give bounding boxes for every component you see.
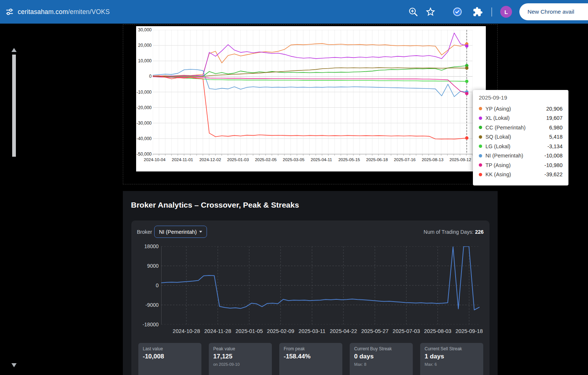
x-axis-label: 2025-01-03 <box>223 157 253 162</box>
y-axis-label: -20,000 <box>136 105 152 110</box>
address-bar[interactable]: ceritasaham.com/emiten/VOKS <box>18 0 110 24</box>
scroll-up-arrow[interactable] <box>11 48 17 52</box>
legend-dot <box>479 135 482 139</box>
stat-value: 1 days <box>425 353 479 360</box>
x-axis-label: 2025-09-18 <box>453 328 485 334</box>
stat-title: From peak <box>284 346 338 351</box>
tooltip-row: XL (Lokal)19,607 <box>473 114 568 123</box>
x-axis-label: 2025-04-22 <box>328 328 359 334</box>
tooltip-rows: YP (Asing)20,906XL (Lokal)19,607CC (Peme… <box>473 104 568 179</box>
x-axis-label: 2025-06-18 <box>362 157 392 162</box>
tooltip-broker-label: SQ (Lokal) <box>485 134 511 140</box>
tooltip-date: 2025-09-19 <box>479 94 563 101</box>
tooltip-row: KK (Asing)-39,622 <box>473 170 568 180</box>
x-axis-label: 2025-02-09 <box>265 328 297 334</box>
y-axis-label: 0 <box>136 74 152 79</box>
tooltip-row: CC (Pemerintah)6,980 <box>473 123 568 132</box>
zoom-in-icon[interactable] <box>408 7 418 17</box>
stat-card: From peak-158.44% <box>279 343 342 375</box>
broker-label: Broker <box>137 229 152 235</box>
tooltip-broker-label: LG (Lokal) <box>485 143 511 149</box>
y-axis-label: 30,000 <box>136 27 152 32</box>
x-axis-label: 2025-04-11 <box>307 157 336 162</box>
bookmark-star-icon[interactable] <box>425 6 436 17</box>
scroll-down-arrow[interactable] <box>11 363 17 367</box>
profile-avatar[interactable]: L <box>500 6 512 18</box>
x-axis-label: 2025-08-13 <box>418 157 447 162</box>
x-axis-label: 2024-10-04 <box>140 157 169 162</box>
x-axis-label: 2025-01-05 <box>234 328 265 334</box>
url-path: /emiten/VOKS <box>68 8 110 16</box>
y-axis-label: 9000 <box>142 263 159 269</box>
stat-card: Peak value17,125on 2025-09-10 <box>209 343 272 375</box>
x-axis-label: 2025-07-16 <box>390 157 419 162</box>
broker-analytics-section: Broker Analytics – Crossover, Peak & Str… <box>123 191 498 375</box>
browser-toolbar: ceritasaham.com/emiten/VOKS L New Chrome… <box>0 0 588 24</box>
broker-accumulation-chart[interactable]: 30,00020,00010,0000-10,000-20,000-30,000… <box>136 26 486 171</box>
analytics-card: Broker NI (Pemerintah) Num of Trading Da… <box>131 221 490 375</box>
stat-card: Current Buy Streak0 daysMax: 8 <box>350 343 413 375</box>
x-axis-label: 2025-03-05 <box>279 157 308 162</box>
extensions-puzzle-icon[interactable] <box>473 7 483 17</box>
tooltip-broker-value: -10,980 <box>544 162 563 168</box>
x-axis-label: 2024-10-28 <box>170 328 202 334</box>
tooltip-broker-value: 19,607 <box>546 115 563 121</box>
broker-crossover-plot[interactable] <box>161 246 480 324</box>
tooltip-broker-label: NI (Pemerintah) <box>485 153 523 159</box>
avatar-letter: L <box>504 9 508 15</box>
legend-dot <box>479 163 482 167</box>
x-axis-label: 2024-11-28 <box>202 328 234 334</box>
trading-days-label: Num of Trading Days: <box>423 229 473 235</box>
tooltip-broker-value: 20,906 <box>546 106 563 112</box>
tooltip-row: YP (Asing)20,906 <box>473 104 568 114</box>
y-axis-label: 0 <box>142 282 159 288</box>
chart-tooltip: 2025-09-19 YP (Asing)20,906XL (Lokal)19,… <box>473 90 568 185</box>
tooltip-broker-value: -39,622 <box>544 171 563 177</box>
x-axis-label: 2025-05-15 <box>335 157 364 162</box>
tooltip-broker-label: KK (Asing) <box>485 171 511 177</box>
x-axis-label: 2025-07-03 <box>390 328 422 334</box>
broker-accumulation-section: 30,00020,00010,0000-10,000-20,000-30,000… <box>123 24 498 184</box>
tooltip-broker-value: 6,980 <box>549 125 563 131</box>
broker-select-value: NI (Pemerintah) <box>159 229 197 235</box>
x-axis-label: 2024-12-02 <box>196 157 225 162</box>
accumulation-plot[interactable] <box>153 30 473 157</box>
y-axis-label: 20,000 <box>136 43 152 48</box>
scrollbar-thumb[interactable] <box>12 55 16 157</box>
page-scrollbar[interactable] <box>10 47 18 368</box>
y-axis-label: -50,000 <box>136 152 152 157</box>
stat-subtext: on 2025-09-10 <box>213 362 267 367</box>
check-badge-icon[interactable] <box>452 7 463 17</box>
chevron-down-icon <box>199 231 202 233</box>
chrome-update-button[interactable]: New Chrome avail <box>519 3 588 20</box>
x-axis-label: 2025-02-05 <box>251 157 281 162</box>
tooltip-row: TP (Asing)-10,980 <box>473 160 568 170</box>
section-title: Broker Analytics – Crossover, Peak & Str… <box>131 201 299 209</box>
tooltip-broker-label: YP (Asing) <box>485 106 511 112</box>
stat-card: Current Sell Streak1 daysMax: 6 <box>420 343 483 375</box>
site-controls-icon[interactable] <box>5 7 14 16</box>
legend-dot <box>479 117 482 120</box>
legend-dot <box>479 126 482 129</box>
legend-dot <box>479 107 482 110</box>
stat-subtext: Max: 6 <box>425 362 479 367</box>
y-axis-label: -10,000 <box>136 90 152 95</box>
y-axis-label: -9000 <box>142 302 159 308</box>
y-axis-label: 10,000 <box>136 58 152 63</box>
legend-dot <box>479 154 482 157</box>
broker-select[interactable]: NI (Pemerintah) <box>154 226 207 238</box>
x-axis-label: 2025-09-12 <box>446 157 475 162</box>
stat-title: Last value <box>143 346 197 351</box>
legend-dot <box>479 173 482 176</box>
tooltip-row: LG (Lokal)-3,134 <box>473 142 568 151</box>
tooltip-broker-value: 5,418 <box>549 134 563 140</box>
x-axis-label: 2024-11-01 <box>168 157 197 162</box>
stat-card: Last value-10,008 <box>138 343 201 375</box>
x-axis-label: 2025-05-27 <box>359 328 391 334</box>
stat-value: 0 days <box>354 353 408 360</box>
tooltip-broker-label: XL (Lokal) <box>485 115 510 121</box>
x-axis-label: 2025-08-03 <box>422 328 454 334</box>
stat-value: 17,125 <box>213 353 267 360</box>
x-axis-label: 2025-03-11 <box>296 328 328 334</box>
stat-title: Current Sell Streak <box>425 346 479 351</box>
